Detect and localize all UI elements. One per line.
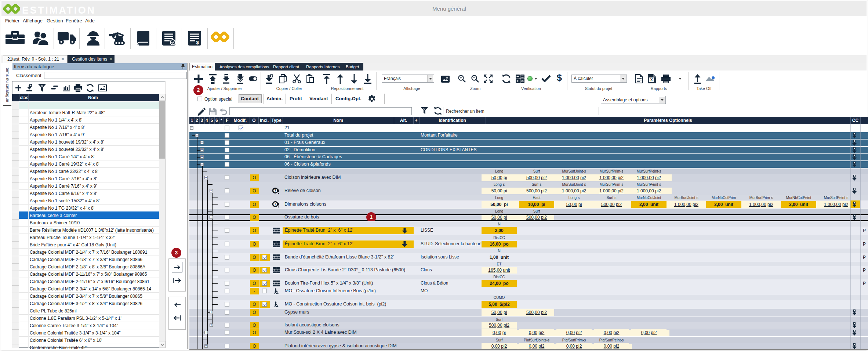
svg-text:$: $: [196, 40, 199, 45]
svg-text:7: 7: [274, 202, 276, 206]
svg-text:X: X: [650, 78, 653, 82]
svg-text:7: 7: [274, 189, 276, 193]
